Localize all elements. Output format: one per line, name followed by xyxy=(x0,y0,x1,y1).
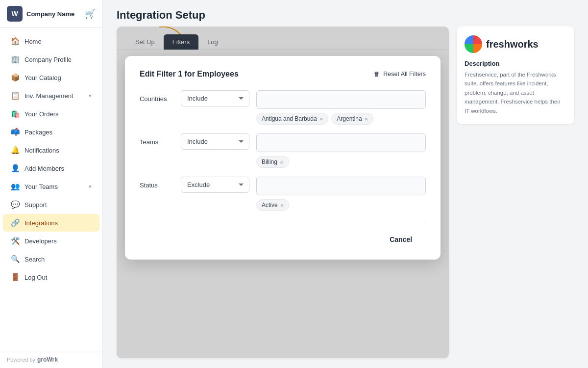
tag-chip: Active× xyxy=(256,199,289,211)
tag-label: Argentina xyxy=(337,115,362,122)
modal-header: Edit Filter 1 for Employees 🗑 Reset All … xyxy=(140,70,426,79)
your-teams-icon: 👥 xyxy=(11,182,20,191)
freshworks-logo-text: freshworks xyxy=(486,39,539,50)
log-out-icon: 🚪 xyxy=(11,273,20,282)
sidebar-item-label: Log Out xyxy=(24,274,47,281)
integrations-icon: 🔗 xyxy=(11,218,20,227)
modal-fields: CountriesIncludeExcludeAntigua and Barbu… xyxy=(140,90,426,211)
freshworks-logo-row: freshworks xyxy=(465,35,566,53)
trash-icon: 🗑 xyxy=(374,71,380,78)
cancel-button[interactable]: Cancel xyxy=(376,231,426,248)
freshworks-description-title: Description xyxy=(465,60,566,67)
sidebar-logo-icon: W xyxy=(7,6,23,22)
modal-filter-tags-2: Active× xyxy=(256,177,426,211)
add-members-icon: 👤 xyxy=(11,164,20,173)
modal-filter-tags-row-2: Active× xyxy=(256,199,426,211)
sidebar-item-label: Inv. Management xyxy=(24,92,73,100)
sidebar-item-label: Support xyxy=(24,201,47,209)
modal-filter-label-1: Teams xyxy=(140,133,174,146)
sidebar-item-support[interactable]: 💬 Support xyxy=(3,196,99,213)
modal-filter-input-2[interactable] xyxy=(256,177,426,195)
sidebar-item-inv-management[interactable]: 📋 Inv. Management ▾ xyxy=(3,87,99,105)
tag-remove-button[interactable]: × xyxy=(365,116,368,122)
support-icon: 💬 xyxy=(11,200,20,209)
sidebar-footer: Powered by groWrk xyxy=(0,351,102,368)
sidebar-item-your-teams[interactable]: 👥 Your Teams ▾ xyxy=(3,178,99,195)
sidebar: W Company Name 🛒 🏠 Home 🏢 Company Profil… xyxy=(0,0,103,368)
freshworks-description-text: Freshservice, part of the Freshworks sui… xyxy=(465,70,566,115)
sidebar-item-notifications[interactable]: 🔔 Notifications xyxy=(3,141,99,159)
modal-filter-input-1[interactable] xyxy=(256,133,426,152)
sidebar-item-home[interactable]: 🏠 Home xyxy=(3,32,99,50)
sidebar-company-name: Company Name xyxy=(26,10,74,18)
modal-filter-select-0[interactable]: IncludeExclude xyxy=(181,90,249,106)
home-icon: 🏠 xyxy=(11,37,20,46)
modal-footer: Cancel xyxy=(140,223,426,248)
inv-management-icon: 📋 xyxy=(11,91,20,100)
tag-remove-button[interactable]: × xyxy=(319,116,323,122)
tag-chip: Argentina× xyxy=(331,113,373,125)
tag-label: Antigua and Barbuda xyxy=(262,115,317,122)
sidebar-item-search[interactable]: 🔍 Search xyxy=(3,250,99,268)
page-header: Integration Setup xyxy=(103,0,588,26)
freshworks-panel: freshworks Description Freshservice, par… xyxy=(457,26,574,124)
sidebar-header: W Company Name 🛒 xyxy=(0,0,102,28)
modal-filter-tags-row-0: Antigua and Barbuda×Argentina× xyxy=(256,113,426,125)
edit-filter-modal: Edit Filter 1 for Employees 🗑 Reset All … xyxy=(125,56,441,260)
sidebar-item-label: Notifications xyxy=(24,147,59,154)
modal-filter-select-2[interactable]: IncludeExclude xyxy=(181,177,249,193)
content-area: Set UpFiltersLog Add your filters as set… xyxy=(103,26,588,368)
sidebar-item-integrations[interactable]: 🔗 Integrations xyxy=(3,214,99,232)
modal-filter-select-1[interactable]: IncludeExclude xyxy=(181,133,249,150)
sidebar-item-log-out[interactable]: 🚪 Log Out xyxy=(3,268,99,286)
tag-remove-button[interactable]: × xyxy=(280,159,284,165)
sidebar-item-your-catalog[interactable]: 📦 Your Catalog xyxy=(3,69,99,86)
integration-panel: Set UpFiltersLog Add your filters as set… xyxy=(117,26,449,358)
sidebar-item-label: Integrations xyxy=(24,219,58,227)
tag-chip: Billing× xyxy=(256,156,289,168)
sidebar-nav: 🏠 Home 🏢 Company Profile 📦 Your Catalog … xyxy=(0,28,102,351)
sidebar-brand-label: groWrk xyxy=(37,356,58,363)
modal-filter-row-1: TeamsIncludeExcludeBilling× xyxy=(140,133,426,168)
tag-remove-button[interactable]: × xyxy=(280,202,284,209)
sidebar-item-label: Developers xyxy=(24,237,57,245)
sidebar-logo-block[interactable]: W Company Name xyxy=(7,6,74,22)
modal-filter-label-0: Countries xyxy=(140,90,174,103)
modal-backdrop: Edit Filter 1 for Employees 🗑 Reset All … xyxy=(117,26,449,358)
sidebar-item-label: Home xyxy=(24,38,42,45)
tag-label: Billing xyxy=(262,158,277,165)
modal-filter-input-0[interactable] xyxy=(256,90,426,109)
your-orders-icon: 🛍️ xyxy=(11,109,20,118)
sidebar-item-packages[interactable]: 📫 Packages xyxy=(3,123,99,141)
modal-filter-row-2: StatusIncludeExcludeActive× xyxy=(140,177,426,211)
page-title: Integration Setup xyxy=(117,9,574,22)
tag-label: Active xyxy=(262,202,278,209)
sidebar-item-company-profile[interactable]: 🏢 Company Profile xyxy=(3,51,99,68)
sidebar-powered-label: Powered by xyxy=(7,357,35,363)
tag-chip: Antigua and Barbuda× xyxy=(256,113,328,125)
modal-filter-tags-0: Antigua and Barbuda×Argentina× xyxy=(256,90,426,125)
sidebar-item-label: Your Orders xyxy=(24,110,59,118)
cart-icon[interactable]: 🛒 xyxy=(85,8,96,19)
reset-all-filters-button[interactable]: 🗑 Reset All Filters xyxy=(374,71,426,78)
search-icon: 🔍 xyxy=(11,255,20,263)
modal-filter-tags-1: Billing× xyxy=(256,133,426,168)
sidebar-item-label: Packages xyxy=(24,129,52,136)
chevron-icon: ▾ xyxy=(89,93,92,99)
packages-icon: 📫 xyxy=(11,128,20,136)
sidebar-item-label: Your Teams xyxy=(24,183,58,190)
modal-filter-label-2: Status xyxy=(140,177,174,189)
your-catalog-icon: 📦 xyxy=(11,73,20,82)
freshworks-logo-icon xyxy=(465,35,482,53)
company-profile-icon: 🏢 xyxy=(11,55,20,64)
sidebar-item-developers[interactable]: 🛠️ Developers xyxy=(3,232,99,250)
sidebar-item-label: Search xyxy=(24,256,45,263)
developers-icon: 🛠️ xyxy=(11,237,20,245)
modal-filter-row-0: CountriesIncludeExcludeAntigua and Barbu… xyxy=(140,90,426,125)
modal-title: Edit Filter 1 for Employees xyxy=(140,70,239,79)
sidebar-item-label: Add Members xyxy=(24,165,64,172)
chevron-icon: ▾ xyxy=(89,184,92,190)
main-content: Integration Setup Set UpFiltersLog Add y… xyxy=(103,0,588,368)
sidebar-item-your-orders[interactable]: 🛍️ Your Orders xyxy=(3,105,99,123)
sidebar-item-add-members[interactable]: 👤 Add Members xyxy=(3,159,99,177)
